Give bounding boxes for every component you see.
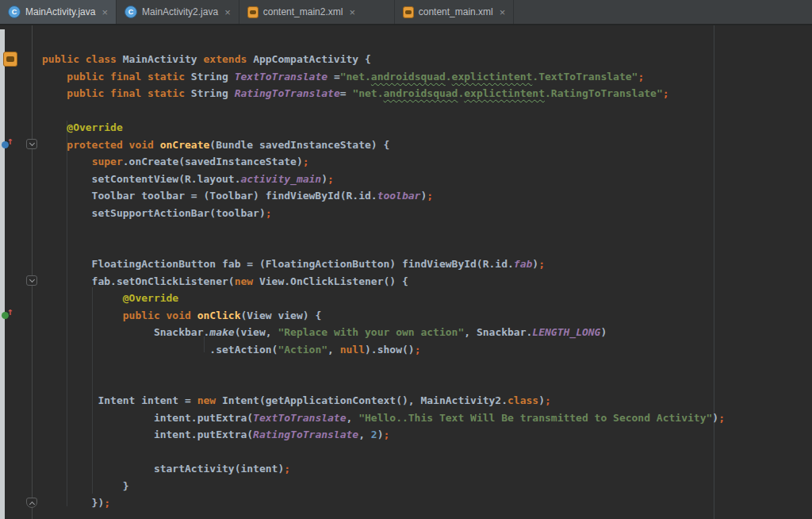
- xml-file-icon: [403, 6, 414, 18]
- tab-label: content_main2.xml: [263, 6, 343, 17]
- code-line[interactable]: FloatingActionButton fab = (FloatingActi…: [42, 256, 812, 273]
- code-token-semi: ;: [427, 190, 433, 202]
- code-line[interactable]: Intent intent = new Intent(getApplicatio…: [42, 392, 812, 409]
- code-area[interactable]: public class MainActivity extends AppCom…: [42, 51, 812, 512]
- code-token-def: }: [42, 480, 129, 492]
- code-token-kw: extends: [204, 53, 254, 65]
- code-line[interactable]: public final static String RatingToTrans…: [42, 85, 812, 102]
- override-arrow: ↑: [7, 135, 13, 147]
- code-token-def: .setAction(: [42, 344, 278, 356]
- code-token-def: intent.putExtra(: [42, 429, 253, 440]
- code-line[interactable]: });: [42, 494, 812, 512]
- code-token-fld: activity_main: [240, 173, 321, 185]
- code-line[interactable]: public class MainActivity extends AppCom…: [42, 51, 812, 68]
- code-token-kw: new: [197, 394, 216, 406]
- code-line[interactable]: [42, 239, 812, 256]
- code-token-def: Intent(getApplicationContext(), MainActi…: [216, 394, 508, 406]
- code-line[interactable]: Toolbar toolbar = (Toolbar) findViewById…: [42, 187, 812, 205]
- code-line[interactable]: .setAction("Action", null).show();: [42, 341, 812, 359]
- code-line[interactable]: @Override: [42, 290, 812, 307]
- code-token-typo: androidsquad: [384, 87, 458, 99]
- code-token-def: Intent intent =: [42, 394, 197, 406]
- code-token-num: 2: [371, 429, 377, 440]
- code-token-kw: null: [340, 344, 365, 356]
- java-class-icon: C: [8, 6, 21, 18]
- close-icon[interactable]: ×: [224, 6, 231, 18]
- code-token-semi: ;: [538, 258, 545, 270]
- code-token-def: MainActivity: [123, 53, 204, 65]
- code-token-def: (view,: [235, 326, 278, 338]
- editor-tab-bar: CMainActivity.java×CMainActivity2.java×c…: [0, 0, 812, 25]
- code-line[interactable]: fab.setOnClickListener(new View.OnClickL…: [42, 273, 812, 290]
- code-token-def: ): [532, 258, 538, 270]
- java-class-icon: C: [124, 6, 137, 18]
- fold-collapse-icon[interactable]: [26, 139, 37, 149]
- code-token-kw: protected void: [67, 139, 159, 151]
- code-token-def: ): [321, 173, 327, 185]
- code-token-def: =: [327, 71, 340, 83]
- code-token-fld: fab: [514, 258, 532, 270]
- code-token-kw: public class: [42, 53, 123, 65]
- code-token-typo: explictintent: [452, 71, 533, 83]
- code-token-kw: super: [92, 156, 123, 167]
- code-line[interactable]: public void onClick(View view) {: [42, 307, 812, 325]
- xml-file-icon: [247, 6, 259, 18]
- code-line[interactable]: [42, 358, 812, 375]
- code-token-def: String: [191, 71, 235, 83]
- code-token-def: String: [191, 87, 235, 99]
- code-token-str: .: [446, 71, 452, 83]
- tab-MainActivity2.java[interactable]: CMainActivity2.java×: [117, 0, 239, 24]
- code-token-def: ): [712, 412, 718, 424]
- code-editor[interactable]: public class MainActivity extends AppCom…: [0, 25, 812, 519]
- code-token-str: .RatingToTranslate": [545, 87, 663, 99]
- code-line[interactable]: [42, 444, 812, 461]
- code-token-kw: public final static: [67, 71, 191, 83]
- code-token-def: [42, 121, 67, 133]
- code-token-def: ): [538, 394, 545, 406]
- code-token-def: ).show(): [365, 344, 415, 356]
- tab-label: MainActivity2.java: [142, 6, 218, 17]
- fold-end-icon[interactable]: [26, 498, 37, 508]
- code-line[interactable]: [42, 375, 812, 393]
- code-line[interactable]: setSupportActionBar(toolbar);: [42, 205, 812, 222]
- fold-collapse-icon[interactable]: [26, 275, 37, 286]
- gutter-separator: [32, 25, 33, 519]
- overrides-method-icon[interactable]: ↑: [2, 138, 16, 151]
- code-line[interactable]: intent.putExtra(RatingToTranslate, 2);: [42, 426, 812, 444]
- code-token-def: ,: [347, 412, 359, 424]
- code-line[interactable]: startActivity(intent);: [42, 460, 812, 478]
- code-line[interactable]: [42, 102, 812, 120]
- code-line[interactable]: [42, 221, 812, 239]
- tab-content_main.xml[interactable]: content_main.xml×: [395, 0, 515, 24]
- code-token-def: [42, 292, 123, 304]
- code-token-def: ): [600, 326, 607, 338]
- code-token-def: Toolbar toolbar = (Toolbar) findViewById…: [42, 190, 377, 202]
- code-token-mth: onCreate: [160, 139, 210, 151]
- layout-xml-file-icon[interactable]: [3, 52, 17, 67]
- code-line[interactable]: public final static String TextToTransla…: [42, 68, 812, 86]
- code-line[interactable]: super.onCreate(savedInstanceState);: [42, 153, 812, 171]
- overrides-method-icon[interactable]: ↑: [2, 309, 16, 321]
- code-line[interactable]: @Override: [42, 119, 812, 136]
- code-token-def: [42, 71, 67, 83]
- code-token-def: startActivity(intent): [42, 463, 284, 475]
- code-token-typo: explictintent: [464, 87, 545, 99]
- tab-content_main2.xml[interactable]: content_main2.xml×: [239, 0, 395, 24]
- close-icon[interactable]: ×: [500, 6, 506, 18]
- code-token-def: intent.putExtra(: [42, 412, 253, 424]
- code-token-kw: public void: [123, 309, 197, 321]
- code-line[interactable]: protected void onCreate(Bundle savedInst…: [42, 136, 812, 154]
- tab-MainActivity.java[interactable]: CMainActivity.java×: [0, 0, 117, 24]
- code-token-def: AppCompatActivity {: [253, 53, 371, 65]
- code-token-kw: new: [235, 275, 253, 287]
- panel-splitter[interactable]: [0, 29, 5, 519]
- code-token-def: }): [42, 497, 104, 509]
- code-token-def: FloatingActionButton fab = (FloatingActi…: [42, 258, 514, 270]
- close-icon[interactable]: ×: [102, 6, 108, 18]
- code-line[interactable]: }: [42, 478, 812, 495]
- close-icon[interactable]: ×: [349, 6, 355, 18]
- code-line[interactable]: Snackbar.make(view, "Replace with your o…: [42, 324, 812, 341]
- code-token-semi: ;: [383, 429, 389, 440]
- code-line[interactable]: intent.putExtra(TextToTranslate, "Hello.…: [42, 409, 812, 427]
- code-line[interactable]: setContentView(R.layout.activity_main);: [42, 171, 812, 188]
